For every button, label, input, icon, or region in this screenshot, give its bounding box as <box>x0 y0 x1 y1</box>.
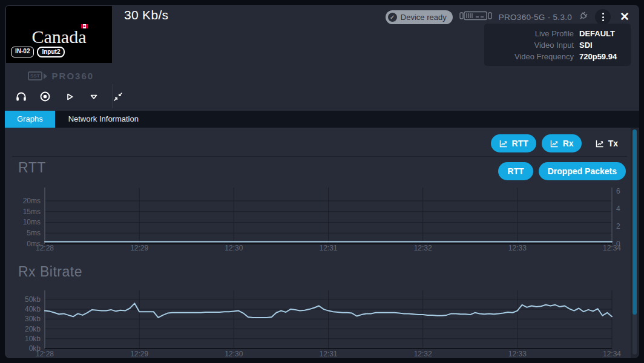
svg-text:10ms: 10ms <box>23 218 41 226</box>
svg-text:2: 2 <box>616 222 620 231</box>
video-content-wordmark: Canada <box>32 27 87 47</box>
info-value: DEFAULT <box>579 28 615 39</box>
toggle-rx-button[interactable]: Rx <box>542 134 582 152</box>
screen: Canada IN-02 Input2 30 Kb/s ✓ Device rea… <box>0 0 644 363</box>
input-badges: IN-02 Input2 <box>11 47 65 57</box>
canada-wordmark-text: Canada <box>32 27 87 47</box>
device-status-badge: ✓ Device ready <box>386 10 453 24</box>
device-control-window: Canada IN-02 Input2 30 Kb/s ✓ Device rea… <box>5 5 639 358</box>
header-right-cluster: ✓ Device ready PRO360-5G - 5.3.0 <box>386 9 632 25</box>
svg-text:12:30: 12:30 <box>225 244 243 252</box>
graph-toggle-buttons: RTT Rx Tx <box>491 134 626 152</box>
rx-bitrate-section-title: Rx Bitrate <box>18 264 82 280</box>
rtt-series-button[interactable]: RTT <box>498 162 533 180</box>
rtt-section-title: RTT <box>18 160 46 176</box>
svg-text:50kb: 50kb <box>25 295 41 304</box>
svg-text:20kb: 20kb <box>25 325 41 333</box>
svg-text:12:33: 12:33 <box>508 244 527 252</box>
svg-text:12:29: 12:29 <box>130 244 148 252</box>
input-id-badge: IN-02 <box>11 47 34 57</box>
info-value: SDI <box>579 39 593 51</box>
sst-camera-icon: SST <box>28 71 47 80</box>
svg-text:12:32: 12:32 <box>414 244 432 252</box>
svg-text:0: 0 <box>616 240 620 248</box>
svg-text:0kb: 0kb <box>29 344 41 353</box>
graphs-panel: RTT Rx Tx RTT <box>5 128 639 358</box>
current-bitrate: 30 Kb/s <box>124 8 168 22</box>
svg-text:12:31: 12:31 <box>319 244 337 252</box>
svg-text:12:29: 12:29 <box>130 350 148 358</box>
rtt-chart: 12:2812:2912:3012:3112:3212:3312:340ms5m… <box>7 182 637 253</box>
device-model-text: PRO360 <box>52 71 94 81</box>
device-name-version: PRO360-5G - 5.3.0 <box>499 13 572 22</box>
section-separator <box>12 156 627 157</box>
svg-text:4: 4 <box>616 204 620 213</box>
more-menu-button[interactable] <box>595 9 611 25</box>
record-icon[interactable] <box>37 88 53 105</box>
tab-network-information[interactable]: Network Information <box>55 111 152 128</box>
svg-text:10kb: 10kb <box>25 335 41 343</box>
svg-text:0ms: 0ms <box>27 240 41 248</box>
info-label: Video Input <box>484 39 574 51</box>
headphones-icon[interactable] <box>13 88 29 105</box>
device-model-label: SST PRO360 <box>28 71 94 81</box>
svg-text:30kb: 30kb <box>25 315 41 323</box>
info-row: Video Frequency 720p59.94 <box>484 51 625 62</box>
device-chassis-icon <box>459 10 492 24</box>
svg-text:40kb: 40kb <box>25 305 41 313</box>
scrollbar-gutter <box>631 128 639 358</box>
line-chart-icon <box>550 139 559 148</box>
close-icon[interactable]: ✕ <box>617 9 632 25</box>
info-label: Live Profile <box>484 28 574 39</box>
tab-bar: Graphs Network Information <box>5 111 639 128</box>
device-status-text: Device ready <box>401 13 447 22</box>
quick-actions <box>13 88 126 105</box>
info-row: Live Profile DEFAULT <box>484 28 625 39</box>
line-chart-icon <box>499 139 508 148</box>
video-info-panel: Live Profile DEFAULT Video Input SDI Vid… <box>484 24 631 66</box>
toggle-tx-button[interactable]: Tx <box>587 134 626 152</box>
check-icon: ✓ <box>388 13 397 22</box>
svg-text:12:33: 12:33 <box>508 350 527 358</box>
header-divider <box>113 84 113 108</box>
input-source-badge: Input2 <box>37 47 65 57</box>
svg-text:12:32: 12:32 <box>414 350 432 358</box>
scrollbar-thumb[interactable] <box>632 129 637 315</box>
svg-text:12:31: 12:31 <box>319 350 337 358</box>
svg-text:12:30: 12:30 <box>225 350 243 358</box>
play-icon[interactable] <box>61 88 77 105</box>
info-value: 720p59.94 <box>579 51 617 62</box>
svg-text:5ms: 5ms <box>27 229 41 237</box>
scrollbar-track[interactable] <box>632 129 637 355</box>
rtt-series-buttons: RTT Dropped Packets <box>498 162 626 180</box>
svg-text:12:34: 12:34 <box>603 350 621 358</box>
svg-text:6: 6 <box>616 187 620 195</box>
rx-bitrate-chart: 12:2812:2912:3012:3112:3212:3312:340kb10… <box>7 283 637 358</box>
svg-text:20ms: 20ms <box>23 197 41 205</box>
chevron-down-icon[interactable] <box>85 88 102 105</box>
canada-flag-icon <box>81 24 88 28</box>
info-row: Video Input SDI <box>484 39 625 51</box>
tab-graphs[interactable]: Graphs <box>5 111 55 128</box>
info-label: Video Frequency <box>484 51 574 62</box>
dropped-packets-button[interactable]: Dropped Packets <box>539 162 626 180</box>
video-preview-thumbnail[interactable]: Canada IN-02 Input2 <box>6 6 112 63</box>
power-plug-icon <box>579 11 588 23</box>
svg-text:15ms: 15ms <box>23 208 41 216</box>
line-chart-icon <box>595 139 604 148</box>
toggle-rtt-button[interactable]: RTT <box>491 134 536 152</box>
